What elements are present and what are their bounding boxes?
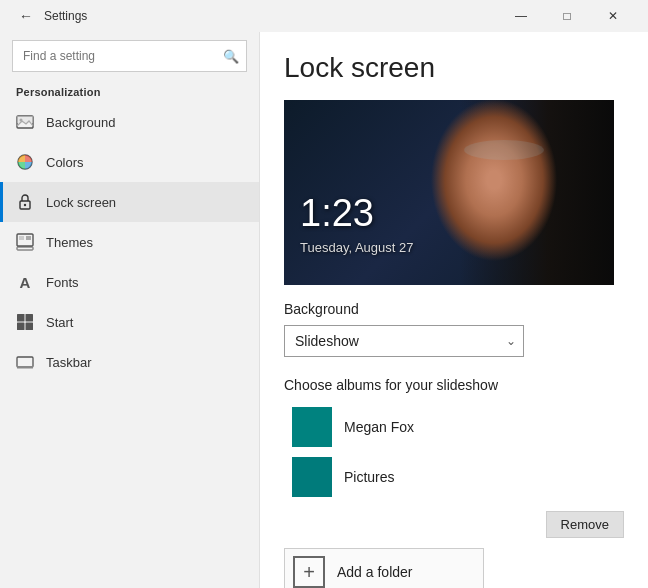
app-title: Settings	[44, 9, 498, 23]
themes-icon	[16, 233, 34, 251]
sidebar: 🔍 Personalization Background	[0, 32, 260, 588]
svg-rect-10	[17, 314, 25, 322]
svg-rect-13	[26, 323, 34, 331]
svg-rect-7	[17, 247, 33, 250]
svg-rect-12	[17, 323, 25, 331]
content-area: Lock screen 1:23 Tuesday, August 27 Back…	[260, 32, 648, 588]
svg-rect-8	[19, 236, 24, 240]
search-container: 🔍	[12, 40, 247, 72]
album-thumb-megan	[292, 407, 332, 447]
svg-rect-11	[26, 314, 34, 322]
main-layout: 🔍 Personalization Background	[0, 32, 648, 588]
add-icon: +	[293, 556, 325, 588]
lock-date: Tuesday, August 27	[300, 240, 413, 255]
background-label: Background	[284, 301, 624, 317]
sidebar-item-label: Taskbar	[46, 355, 92, 370]
album-item-pictures[interactable]: Pictures	[284, 453, 624, 501]
svg-rect-9	[26, 236, 31, 240]
sidebar-item-label: Colors	[46, 155, 84, 170]
background-icon	[16, 113, 34, 131]
lock-preview: 1:23 Tuesday, August 27	[284, 100, 614, 285]
svg-rect-1	[17, 116, 33, 123]
start-icon	[16, 313, 34, 331]
add-folder-label: Add a folder	[337, 564, 413, 580]
fonts-icon: A	[16, 273, 34, 291]
colors-icon	[16, 153, 34, 171]
album-name-pictures: Pictures	[344, 469, 395, 485]
search-icon: 🔍	[223, 49, 239, 64]
choose-albums-label: Choose albums for your slideshow	[284, 377, 624, 393]
svg-rect-14	[17, 357, 33, 367]
window-controls: — □ ✕	[498, 0, 636, 32]
add-folder-row[interactable]: + Add a folder	[284, 548, 484, 588]
lock-time: 1:23	[300, 192, 374, 235]
album-name-megan: Megan Fox	[344, 419, 414, 435]
back-button[interactable]: ←	[12, 2, 40, 30]
sidebar-item-label: Fonts	[46, 275, 79, 290]
sidebar-item-background[interactable]: Background	[0, 102, 259, 142]
sidebar-item-label: Background	[46, 115, 115, 130]
remove-btn-row: Remove	[284, 511, 624, 538]
sidebar-item-lockscreen[interactable]: Lock screen	[0, 182, 259, 222]
maximize-button[interactable]: □	[544, 0, 590, 32]
search-input[interactable]	[12, 40, 247, 72]
minimize-button[interactable]: —	[498, 0, 544, 32]
taskbar-icon	[16, 353, 34, 371]
sidebar-item-label: Lock screen	[46, 195, 116, 210]
sidebar-item-fonts[interactable]: A Fonts	[0, 262, 259, 302]
remove-button[interactable]: Remove	[546, 511, 624, 538]
sidebar-item-label: Themes	[46, 235, 93, 250]
album-list: Megan Fox Pictures	[284, 403, 624, 501]
svg-rect-15	[17, 366, 33, 369]
sidebar-item-taskbar[interactable]: Taskbar	[0, 342, 259, 382]
svg-point-5	[24, 204, 26, 206]
title-bar: ← Settings — □ ✕	[0, 0, 648, 32]
sidebar-item-start[interactable]: Start	[0, 302, 259, 342]
sidebar-item-themes[interactable]: Themes	[0, 222, 259, 262]
section-label: Personalization	[0, 80, 259, 102]
background-dropdown-wrapper: Windows spotlight Picture Slideshow ⌄	[284, 325, 524, 357]
sidebar-item-label: Start	[46, 315, 73, 330]
page-title: Lock screen	[284, 52, 624, 84]
background-dropdown[interactable]: Windows spotlight Picture Slideshow	[284, 325, 524, 357]
album-thumb-pictures	[292, 457, 332, 497]
sidebar-item-colors[interactable]: Colors	[0, 142, 259, 182]
album-item-megan[interactable]: Megan Fox	[284, 403, 624, 451]
lock-icon	[16, 193, 34, 211]
close-button[interactable]: ✕	[590, 0, 636, 32]
